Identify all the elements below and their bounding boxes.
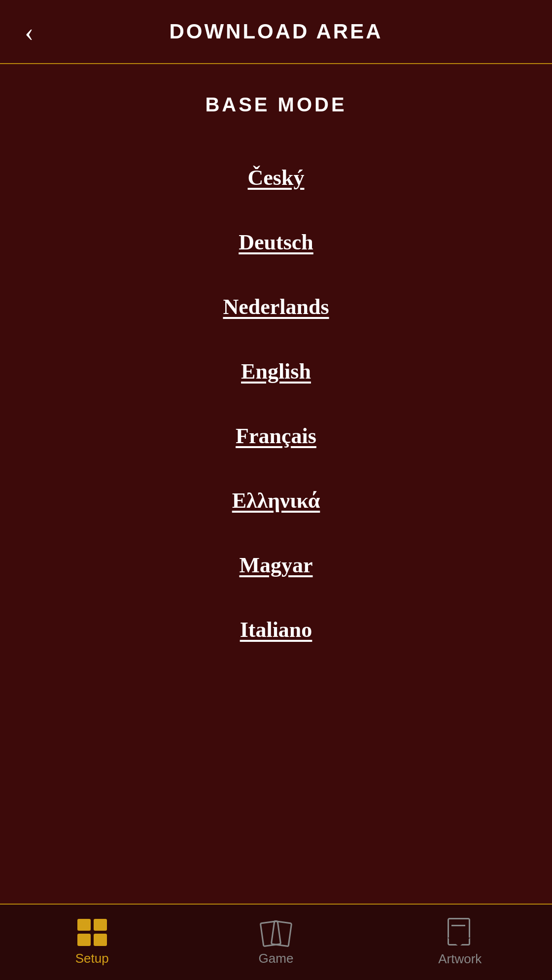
game-icon	[261, 919, 291, 946]
language-item-english[interactable]: English	[0, 339, 552, 404]
language-item-deutsch[interactable]: Deutsch	[0, 210, 552, 275]
main-content: BASE MODE Český Deutsch Nederlands Engli…	[0, 64, 552, 904]
artwork-icon	[448, 918, 472, 946]
page-title: DOWNLOAD AREA	[169, 20, 382, 43]
nav-label-artwork: Artwork	[438, 951, 482, 967]
nav-label-setup: Setup	[75, 951, 109, 966]
header: ‹ DOWNLOAD AREA	[0, 0, 552, 64]
language-list: Český Deutsch Nederlands English Françai…	[0, 145, 552, 662]
language-item-nederlands[interactable]: Nederlands	[0, 275, 552, 339]
back-button[interactable]: ‹	[25, 18, 34, 45]
language-item-cesky[interactable]: Český	[0, 145, 552, 210]
nav-label-game: Game	[259, 951, 294, 966]
language-item-francais[interactable]: Français	[0, 404, 552, 468]
section-title: BASE MODE	[205, 94, 346, 116]
nav-item-artwork[interactable]: Artwork	[420, 918, 499, 967]
bottom-nav: Setup Game Artwork	[0, 904, 552, 980]
language-item-magyar[interactable]: Magyar	[0, 533, 552, 597]
nav-item-setup[interactable]: Setup	[53, 919, 132, 966]
nav-item-game[interactable]: Game	[237, 919, 315, 966]
language-item-ellinika[interactable]: Ελληνικά	[0, 468, 552, 533]
language-item-italiano[interactable]: Italiano	[0, 597, 552, 662]
setup-icon	[77, 919, 107, 946]
